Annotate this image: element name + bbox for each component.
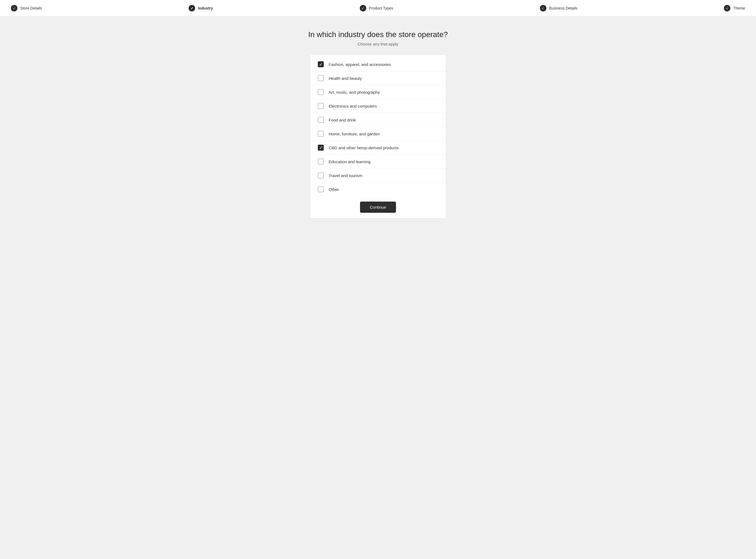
progress-step-product-types: ✓Product Types — [360, 5, 393, 12]
checkbox-label-other: Other — [329, 187, 339, 192]
progress-label-business-details: Business Details — [549, 6, 578, 10]
checkbox-other[interactable] — [318, 186, 324, 192]
checkbox-health[interactable] — [318, 75, 324, 81]
checkbox-fashion[interactable]: ✓ — [318, 61, 324, 67]
checkbox-food[interactable] — [318, 117, 324, 123]
industry-item-cbd[interactable]: ✓CBD and other hemp-derived products — [310, 140, 446, 154]
progress-label-product-types: Product Types — [369, 6, 393, 10]
checkbox-label-fashion: Fashion, apparel, and accessories — [329, 62, 391, 67]
industry-item-travel[interactable]: Travel and tourism — [310, 169, 446, 182]
checkbox-label-health: Health and beauty — [329, 76, 362, 81]
progress-label-store-details: Store Details — [20, 6, 42, 10]
industry-card: ✓Fashion, apparel, and accessoriesHealth… — [310, 54, 446, 219]
industry-item-fashion[interactable]: ✓Fashion, apparel, and accessories — [310, 58, 446, 71]
checkbox-education[interactable] — [318, 159, 324, 164]
continue-button[interactable]: Continue — [360, 202, 396, 213]
checkbox-label-cbd: CBD and other hemp-derived products — [329, 146, 399, 150]
checkbox-electronics[interactable] — [318, 103, 324, 109]
checkbox-label-home: Home, furniture, and garden — [329, 132, 380, 136]
industry-item-food[interactable]: Food and drink — [310, 113, 446, 127]
checkbox-cbd[interactable]: ✓ — [318, 144, 324, 151]
progress-step-industry: ✓Industry — [189, 5, 213, 12]
checkbox-label-education: Education and learning — [329, 159, 370, 164]
progress-bar: ✓Store Details✓Industry✓Product Types✓Bu… — [0, 0, 756, 17]
progress-step-store-details: ✓Store Details — [11, 5, 42, 12]
industry-item-education[interactable]: Education and learning — [310, 154, 446, 169]
industry-item-electronics[interactable]: Electronics and computers — [310, 99, 446, 113]
checkbox-label-art: Art, music, and photography — [329, 90, 380, 94]
progress-step-theme: ✓Theme — [724, 5, 745, 12]
checkbox-art[interactable] — [318, 89, 324, 95]
industry-item-home[interactable]: Home, furniture, and garden — [310, 127, 446, 140]
industry-item-art[interactable]: Art, music, and photography — [310, 85, 446, 99]
check-circle-store-details: ✓ — [11, 5, 18, 12]
page-title: In which industry does the store operate… — [308, 30, 448, 39]
progress-label-theme: Theme — [733, 6, 745, 10]
check-circle-product-types: ✓ — [360, 5, 366, 12]
checkbox-label-electronics: Electronics and computers — [329, 104, 377, 108]
check-circle-theme: ✓ — [724, 5, 730, 12]
progress-label-industry: Industry — [198, 6, 213, 10]
main-content: In which industry does the store operate… — [0, 17, 756, 559]
industry-item-other[interactable]: Other — [310, 182, 446, 196]
checkbox-label-travel: Travel and tourism — [329, 173, 363, 178]
progress-step-business-details: ✓Business Details — [540, 5, 578, 12]
checkbox-home[interactable] — [318, 131, 324, 137]
industry-list: ✓Fashion, apparel, and accessoriesHealth… — [310, 58, 446, 196]
checkbox-label-food: Food and drink — [329, 118, 356, 122]
button-area: Continue — [310, 196, 446, 216]
checkbox-travel[interactable] — [318, 173, 324, 178]
check-circle-business-details: ✓ — [540, 5, 546, 12]
page-subtitle: Choose any that apply — [358, 42, 398, 46]
industry-item-health[interactable]: Health and beauty — [310, 71, 446, 85]
check-circle-industry: ✓ — [189, 5, 195, 12]
